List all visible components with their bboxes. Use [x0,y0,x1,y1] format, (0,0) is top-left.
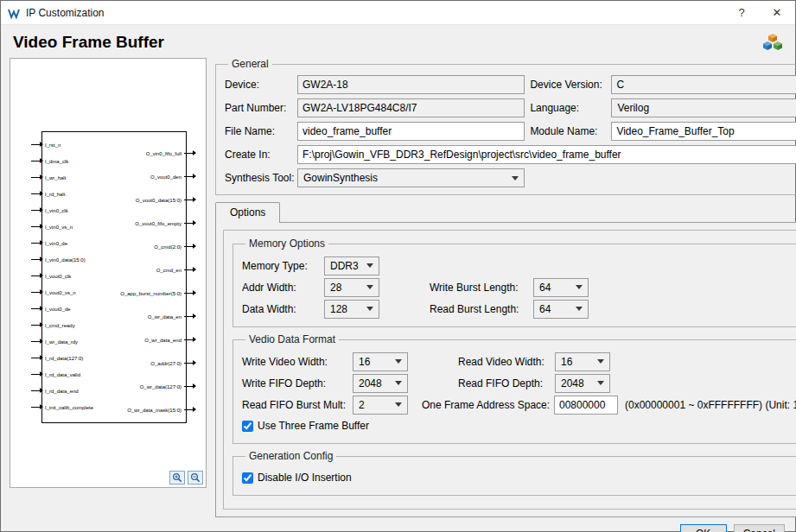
use-three-frame-buffer-label: Use Three Frame Buffer [258,420,369,432]
port-label: I_vin0_clk [45,208,68,213]
chevron-down-icon [597,381,604,385]
read-fifo-depth-label: Read FIFO Depth: [458,377,555,390]
port-arrow-icon [31,144,42,145]
addr-width-select[interactable]: 28 [324,278,379,297]
port-row: I_rst_n [31,136,93,153]
port-row: I_vout0_clk [31,268,93,284]
page-title: Video Frame Buffer [13,33,164,52]
port-arrow-icon [31,407,42,408]
video-data-format-legend: Vedio Data Format [245,333,339,345]
read-fifo-depth-select[interactable]: 2048 [555,374,610,393]
port-arrow-icon [31,276,42,276]
port-row: I_rd_data(127:0) [31,350,93,366]
port-label: I_wr_halt [45,175,66,180]
port-row: I_vout0_de [31,301,93,317]
close-button[interactable]: ✕ [762,2,792,24]
synthesis-tool-label: Synthesis Tool: [225,172,292,184]
chevron-down-icon [395,359,402,364]
port-label: O_wr_data_mask(15:0) [127,408,181,413]
port-label: I_vin0_vs_n [45,225,73,230]
port-arrow-icon [184,246,195,247]
port-label: O_app_burst_number(5:0) [120,291,181,296]
write-fifo-depth-label: Write FIFO Depth: [242,377,353,390]
part-number-field [297,98,525,117]
synthesis-tool-select[interactable]: GowinSynthesis [297,168,525,187]
port-arrow-icon [184,153,195,154]
create-in-label: Create In: [225,149,292,161]
port-row: I_cmd_ready [31,317,93,333]
port-row: I_wr_halt [31,169,93,186]
read-fifo-burst-mult-select[interactable]: 2 [353,396,408,415]
zoom-in-icon [172,472,182,483]
cancel-button[interactable]: Cancel [734,524,785,532]
zoom-out-button[interactable] [188,471,203,484]
read-burst-length-select[interactable]: 64 [533,300,589,319]
write-video-width-label: Write Video Width: [242,356,353,368]
port-arrow-icon [184,339,195,340]
chevron-down-icon [512,176,519,180]
settings-column: General Device: Device Version: Part Num… [215,58,796,517]
disable-io-insertion-checkbox[interactable] [242,472,253,484]
write-burst-length-select[interactable]: 64 [533,278,589,297]
disable-io-insertion-label: Disable I/O Insertion [258,472,352,484]
read-fifo-depth-value: 2048 [561,377,584,390]
help-button[interactable]: ? [727,2,756,24]
read-fifo-burst-mult-value: 2 [359,399,365,411]
chevron-down-icon [366,285,373,289]
port-row: O_vout0_fifo_empty [120,212,195,235]
port-arrow-icon [31,358,42,358]
chevron-down-icon [395,402,402,407]
port-arrow-icon [31,177,42,178]
memory-type-select[interactable]: DDR3 [324,256,379,276]
port-label: I_dma_clk [45,159,68,164]
chevron-down-icon [366,307,373,311]
chevron-down-icon [597,359,604,364]
write-video-width-select[interactable]: 16 [353,352,408,371]
file-name-input[interactable] [297,122,525,141]
port-arrow-icon [31,292,42,293]
device-version-label: Device Version: [530,79,606,91]
port-row: O_vout0_data(15:0) [120,188,195,212]
port-label: I_rd_data_valid [45,372,80,377]
general-legend: General [228,58,272,70]
port-label: I_rd_halt [45,192,65,197]
port-row: I_dma_clk [31,153,93,169]
port-arrow-icon [31,226,42,227]
chevron-down-icon [395,381,402,385]
port-arrow-icon [31,193,42,194]
options-tab-block: Options Memory Options Memory Type: DDR3 [215,202,796,517]
port-arrow-icon [31,210,42,211]
port-label: O_wr_data_end [144,338,181,343]
port-arrow-icon [184,386,195,387]
read-video-width-select[interactable]: 16 [555,352,610,371]
module-name-input[interactable] [611,122,796,141]
zoom-in-button[interactable] [169,471,185,484]
one-frame-address-space-input[interactable] [554,396,618,415]
tab-strip: Options [215,202,796,222]
memory-type-label: Memory Type: [242,260,324,272]
port-label: I_rd_data(127:0) [45,356,83,361]
zoom-out-icon [190,472,201,483]
memory-options-legend: Memory Options [245,238,328,250]
port-row: I_init_calib_complete [31,399,93,415]
tab-options[interactable]: Options [215,202,280,223]
device-label: Device: [225,79,292,91]
titlebar[interactable]: IP Customization ? ✕ [1,1,795,25]
port-label: I_vout0_clk [45,274,71,279]
input-ports-column: I_rst_n I_dma_clk I_wr_halt I_rd_halt I_… [31,136,93,415]
port-label: O_vout0_den [150,174,181,180]
data-width-select[interactable]: 128 [324,300,379,319]
port-row: O_wr_data_en [120,305,195,328]
window-title: IP Customization [26,7,721,19]
write-fifo-depth-select[interactable]: 2048 [353,374,408,393]
chevron-down-icon [576,307,583,311]
port-label: I_rd_data_end [45,389,79,394]
port-row: O_vin0_fifo_full [120,142,195,165]
use-three-frame-buffer-checkbox[interactable] [242,421,253,432]
language-select[interactable]: Verilog [611,98,796,117]
create-in-input[interactable] [297,145,796,164]
port-arrow-icon [31,390,42,391]
ok-button[interactable]: OK [680,524,727,532]
data-width-label: Data Width: [242,303,324,315]
device-version-field [611,75,796,94]
